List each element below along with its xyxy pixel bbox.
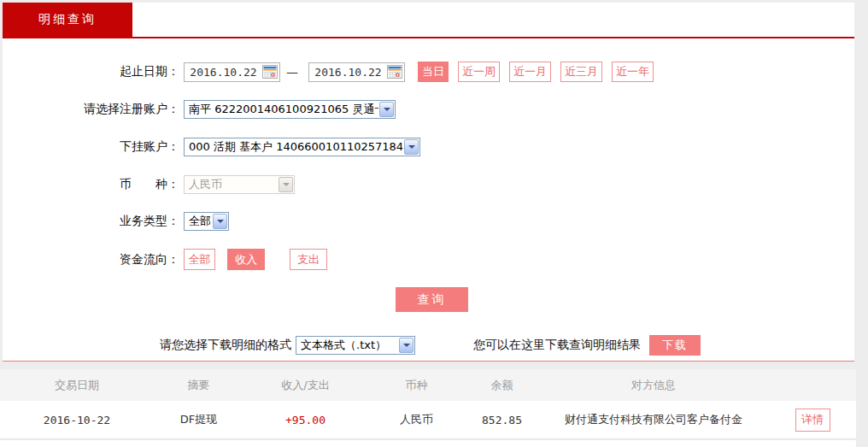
sub-account-row: 下挂账户： 000 活期 基本户 1406600101102571848	[3, 138, 854, 156]
calendar-icon[interactable]	[387, 65, 402, 79]
detail-button[interactable]: 详情	[795, 409, 830, 432]
cell-transaction-date: 2016-10-22	[0, 414, 154, 426]
quick-range-week-button[interactable]: 近一周	[458, 62, 500, 82]
calendar-icon[interactable]	[262, 65, 278, 79]
column-header-counterparty: 对方信息	[538, 378, 769, 393]
column-header-summary: 摘要	[154, 378, 243, 393]
cell-amount: +95.00	[243, 414, 367, 426]
sub-account-select[interactable]: 000 活期 基本户 1406600101102571848	[184, 138, 420, 156]
tab-detail-query[interactable]: 明细查询	[3, 3, 132, 37]
quick-range-label: 当日	[422, 64, 444, 79]
fund-flow-expense-button[interactable]: 支出	[290, 249, 327, 270]
fund-flow-row: 资金流向： 全部 收入 支出	[3, 249, 854, 270]
download-hint-text: 您可以在这里下载查询明细结果	[473, 338, 641, 353]
fund-flow-option-label: 全部	[189, 252, 211, 268]
query-button[interactable]: 查询	[396, 287, 468, 312]
currency-label: 币 种：	[3, 177, 179, 192]
registered-account-select[interactable]: 南平 6222001406100921065 灵通卡	[184, 100, 396, 119]
quick-range-label: 近一月	[513, 64, 547, 79]
business-type-select[interactable]: 全部	[184, 212, 229, 231]
results-table-header: 交易日期 摘要 收入/支出 币种 余额 对方信息	[0, 369, 856, 401]
download-row: 请您选择下载明细的格式 文本格式（.txt） 您可以在这里下载查询明细结果 下载	[3, 335, 854, 356]
chevron-down-icon	[279, 177, 293, 192]
registered-account-row: 请选择注册账户： 南平 6222001406100921065 灵通卡	[3, 100, 854, 119]
currency-row: 币 种： 人民币	[3, 175, 854, 194]
business-type-label: 业务类型：	[3, 214, 179, 229]
query-form: 起止日期： 2016.10.22 — 2016.10.22	[3, 38, 854, 361]
column-header-balance: 余额	[466, 378, 538, 393]
fund-flow-all-button[interactable]: 全部	[184, 249, 215, 270]
download-format-label: 请您选择下载明细的格式	[160, 338, 291, 353]
cell-counterparty: 财付通支付科技有限公司客户备付金	[538, 412, 769, 427]
column-header-currency: 币种	[367, 378, 466, 393]
column-header-amount: 收入/支出	[243, 378, 367, 393]
registered-account-label: 请选择注册账户：	[3, 102, 179, 117]
column-header-date: 交易日期	[0, 378, 154, 393]
start-date-value: 2016.10.22	[185, 66, 262, 79]
sub-account-label: 下挂账户：	[3, 139, 179, 155]
table-footer-spacer	[0, 440, 856, 447]
form-bottom-divider	[3, 361, 854, 362]
date-range-row: 起止日期： 2016.10.22 — 2016.10.22	[3, 61, 854, 83]
quick-range-label: 近三月	[565, 64, 598, 79]
cell-action: 详情	[769, 409, 856, 432]
chevron-down-icon[interactable]	[213, 214, 227, 229]
end-date-input[interactable]: 2016.10.22	[308, 62, 405, 82]
fund-flow-income-button[interactable]: 收入	[227, 249, 265, 270]
chevron-down-icon[interactable]	[399, 338, 413, 353]
quick-range-today-button[interactable]: 当日	[418, 62, 449, 82]
quick-range-month-button[interactable]: 近一月	[509, 62, 551, 82]
cell-summary: DF提现	[154, 412, 243, 427]
table-row: 2016-10-22 DF提现 +95.00 人民币 852.85 财付通支付科…	[0, 401, 856, 439]
start-date-input[interactable]: 2016.10.22	[184, 62, 280, 82]
chevron-down-icon[interactable]	[404, 139, 419, 155]
currency-select: 人民币	[184, 175, 295, 194]
cell-balance: 852.85	[466, 414, 538, 426]
download-format-value: 文本格式（.txt）	[296, 338, 398, 353]
quick-range-3months-button[interactable]: 近三月	[560, 62, 602, 82]
quick-range-year-button[interactable]: 近一年	[612, 62, 654, 82]
business-type-row: 业务类型： 全部	[3, 212, 854, 231]
tab-bar: 明细查询	[3, 3, 854, 37]
sub-account-value: 000 活期 基本户 1406600101102571848	[185, 139, 403, 155]
end-date-value: 2016.10.22	[309, 66, 387, 79]
date-separator: —	[280, 65, 304, 79]
tab-label: 明细查询	[38, 12, 97, 27]
business-type-value: 全部	[185, 214, 212, 229]
download-format-select[interactable]: 文本格式（.txt）	[296, 336, 415, 355]
registered-account-value: 南平 6222001406100921065 灵通卡	[185, 102, 378, 117]
cell-currency: 人民币	[367, 412, 466, 427]
currency-value: 人民币	[185, 177, 278, 192]
fund-flow-option-label: 支出	[297, 252, 320, 268]
fund-flow-option-label: 收入	[235, 252, 257, 268]
date-range-label: 起止日期：	[3, 64, 179, 79]
chevron-down-icon[interactable]	[379, 102, 394, 117]
fund-flow-label: 资金流向：	[3, 252, 179, 268]
download-button[interactable]: 下载	[649, 335, 701, 356]
quick-range-label: 近一周	[462, 64, 496, 79]
quick-range-label: 近一年	[616, 64, 649, 79]
